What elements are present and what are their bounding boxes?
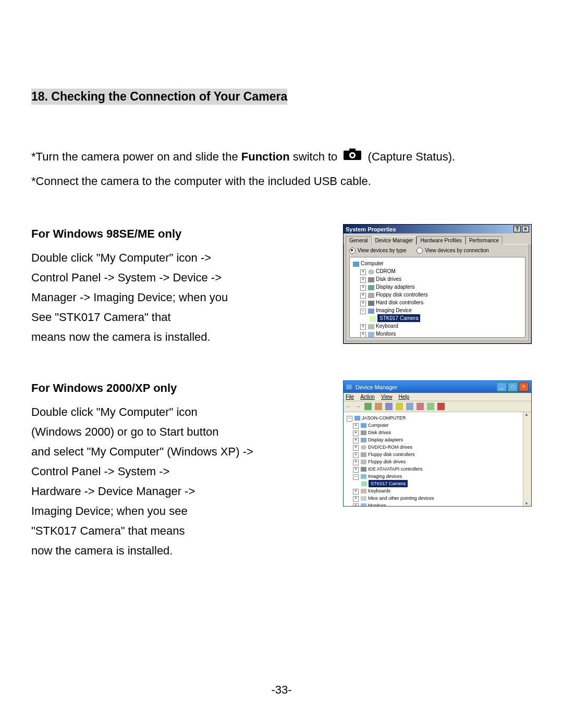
device-tree[interactable]: Computer +CDROM +Disk drives +Display ad…	[349, 257, 525, 338]
expand-icon[interactable]: +	[360, 293, 366, 299]
toolbar-icon[interactable]	[427, 403, 434, 410]
intro-paragraph: *Turn the camera power on and slide the …	[31, 145, 532, 193]
expand-icon[interactable]: +	[353, 467, 359, 473]
toolbar-icon[interactable]	[417, 403, 424, 410]
expand-icon[interactable]: +	[353, 445, 359, 451]
tree-item[interactable]: +DVD/CD-ROM drives	[346, 443, 521, 451]
tree-root[interactable]: Computer	[352, 260, 523, 267]
tree-item[interactable]: +Keyboard	[352, 322, 523, 330]
scrollbar[interactable]	[523, 412, 531, 506]
help-button[interactable]: ?	[513, 226, 521, 232]
instruction-line: now the camera is installed.	[31, 541, 253, 561]
imaging-icon	[368, 309, 374, 314]
tree-item[interactable]: +Disk drives	[346, 429, 521, 436]
tree-item[interactable]: +Keyboards	[346, 487, 521, 495]
expand-icon[interactable]: +	[353, 496, 359, 502]
system-properties-window: System Properties ? × General Device Man…	[343, 224, 532, 344]
tree-item[interactable]: +Computer	[346, 422, 521, 429]
intro-text: *Turn the camera power on and slide the	[31, 150, 241, 163]
expand-icon[interactable]: +	[360, 277, 366, 283]
winxp-menubar: File Action View Help	[344, 393, 531, 401]
collapse-icon[interactable]: −	[347, 416, 352, 422]
expand-icon[interactable]: +	[353, 460, 359, 465]
menu-view[interactable]: View	[381, 394, 393, 400]
toolbar-icon[interactable]	[437, 403, 445, 410]
instruction-line: Imaging Device; when you see	[31, 501, 253, 521]
expand-icon[interactable]: +	[360, 301, 366, 306]
tree-item[interactable]: +Floppy disk controllers	[346, 451, 521, 458]
tab-device-manager[interactable]: Device Manager	[372, 236, 417, 244]
expand-icon[interactable]: +	[353, 423, 359, 429]
toolbar-icon[interactable]	[364, 403, 372, 410]
function-word: Function	[241, 150, 290, 163]
floppy-drive-icon	[361, 460, 366, 464]
expand-icon[interactable]: +	[353, 438, 359, 443]
expand-icon[interactable]: +	[353, 503, 359, 506]
tree-root[interactable]: −JASON-COMPUTER	[346, 414, 521, 422]
computer-icon	[354, 416, 360, 421]
radio-by-connection[interactable]: View devices by connection	[417, 248, 489, 254]
tree-item[interactable]: +Mice and other pointing devices	[346, 495, 521, 502]
minimize-button[interactable]: _	[497, 382, 507, 391]
toolbar-icon[interactable]	[406, 403, 413, 410]
tree-item[interactable]: +CDROM	[352, 267, 523, 275]
radio-by-type[interactable]: View devices by type	[349, 248, 406, 254]
device-manager-window: Device Manager _ □ × File Action View He…	[343, 380, 532, 507]
maximize-button[interactable]: □	[508, 382, 518, 391]
tree-item[interactable]: +Disk drives	[352, 275, 523, 283]
tree-item[interactable]: +Monitors	[352, 330, 523, 338]
radio-dot-icon	[417, 248, 423, 254]
floppy-controller-icon	[361, 452, 366, 457]
instruction-line: Double click "My Computer" icon	[31, 402, 253, 422]
tree-item-expanded[interactable]: −Imaging devices	[346, 473, 521, 480]
forward-icon[interactable]: →	[355, 403, 361, 410]
expand-icon[interactable]: +	[360, 324, 366, 330]
expand-icon[interactable]: +	[360, 332, 366, 338]
display-icon	[361, 438, 366, 442]
expand-icon[interactable]: +	[360, 269, 366, 275]
tree-selected-item[interactable]: STK017 Camera	[352, 314, 523, 322]
back-icon[interactable]: ←	[346, 403, 352, 410]
expand-icon[interactable]: +	[353, 489, 359, 495]
toolbar-icon[interactable]	[396, 403, 403, 410]
tree-item[interactable]: +Floppy disk controllers	[352, 291, 523, 299]
section-heading: 18. Checking the Connection of Your Came…	[31, 89, 287, 105]
expand-icon[interactable]: +	[353, 452, 359, 458]
expand-icon[interactable]: +	[353, 430, 359, 436]
menu-help[interactable]: Help	[398, 394, 409, 400]
tree-item[interactable]: +IDE ATA/ATAPI controllers	[346, 465, 521, 473]
intro-text: switch to	[290, 150, 341, 163]
tree-selected-item[interactable]: STK017 Camera	[346, 480, 521, 487]
tab-performance[interactable]: Performance	[466, 236, 503, 244]
expand-icon[interactable]: +	[360, 285, 366, 291]
menu-file[interactable]: File	[346, 394, 354, 400]
instruction-line: Control Panel -> System -> Device ->	[31, 268, 228, 288]
menu-action[interactable]: Action	[360, 394, 375, 400]
disk-icon	[368, 277, 374, 282]
instruction-line: Control Panel -> System ->	[31, 462, 253, 482]
instruction-line: See "STK017 Camera" that	[31, 307, 228, 327]
window-title: System Properties	[346, 226, 396, 232]
close-button[interactable]: ×	[519, 382, 529, 391]
collapse-icon[interactable]: −	[353, 474, 359, 480]
window-title: Device Manager	[356, 384, 397, 390]
winxp-titlebar: Device Manager _ □ ×	[344, 381, 531, 393]
tab-general[interactable]: General	[346, 236, 372, 244]
tree-item[interactable]: +Display adapters	[352, 283, 523, 291]
page-number: -33-	[0, 683, 563, 697]
tree-item[interactable]: +Display adapters	[346, 436, 521, 443]
toolbar-icon[interactable]	[375, 403, 382, 410]
tree-item-expanded[interactable]: −Imaging Device	[352, 306, 523, 314]
tree-item[interactable]: +Monitors	[346, 502, 521, 506]
tree-item[interactable]: +Floppy disk drives	[346, 458, 521, 465]
radio-dot-icon	[349, 248, 356, 254]
tab-hardware-profiles[interactable]: Hardware Profiles	[417, 236, 465, 244]
close-button[interactable]: ×	[522, 226, 529, 232]
tree-item[interactable]: +Hard disk controllers	[352, 299, 523, 306]
device-tree[interactable]: −JASON-COMPUTER +Computer +Disk drives +…	[344, 412, 523, 506]
imaging-icon	[361, 474, 366, 479]
win98-subheading: For Windows 98SE/ME only	[31, 224, 228, 244]
instruction-line: Double click "My Computer" icon ->	[31, 248, 228, 268]
toolbar-icon[interactable]	[385, 403, 393, 410]
collapse-icon[interactable]: −	[360, 309, 366, 314]
